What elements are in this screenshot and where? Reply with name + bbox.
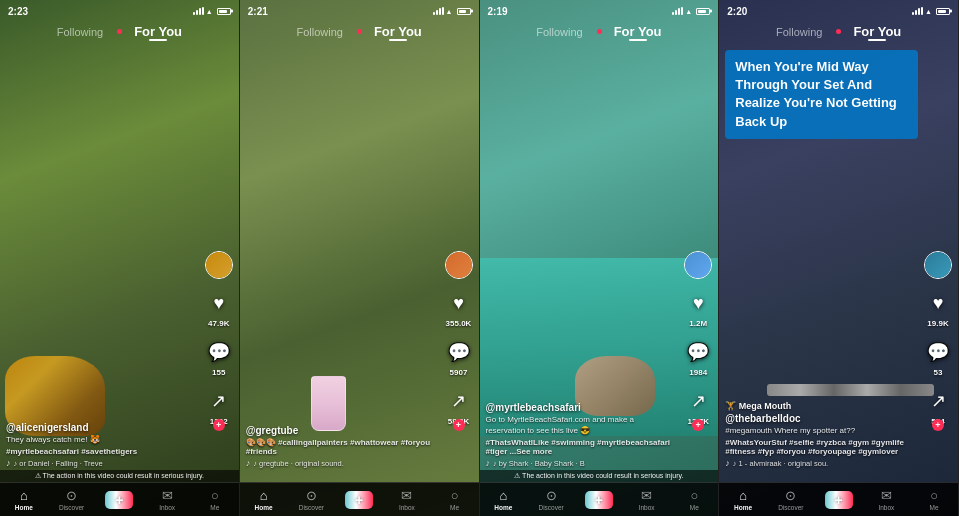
nav-me-label-3: Me <box>690 504 699 511</box>
follow-plus-3[interactable]: + <box>692 419 704 431</box>
nav-discover-2[interactable]: ⊙ Discover <box>288 488 336 511</box>
nav-home-3[interactable]: ⌂ Home <box>480 488 528 511</box>
hashtags-4[interactable]: #WhatsYourStuf #selfie #ryzbca #gym #gym… <box>725 438 914 456</box>
nav-home-label-2: Home <box>255 504 273 511</box>
time-3: 2:19 <box>488 6 508 17</box>
nav-inbox-3[interactable]: ✉ Inbox <box>623 488 671 511</box>
music-note-4: ♪ <box>725 458 730 468</box>
text-overlay-4: When You're Mid Way Through Your Set And… <box>725 50 918 139</box>
comment-count-3: 1984 <box>689 368 707 377</box>
tab-header-2: Following For You <box>240 20 479 43</box>
music-text-4: ♪ 1 - alvmiraak · original sou. <box>733 459 828 468</box>
tab-following-2[interactable]: Following <box>296 26 342 38</box>
username-2[interactable]: @gregtube <box>246 425 435 436</box>
nav-discover-label-3: Discover <box>538 504 563 511</box>
signal-1 <box>193 7 204 15</box>
hashtags-3[interactable]: #ThatsWhatILike #swimming #myrtlebeachsa… <box>486 438 675 456</box>
nav-plus-4[interactable] <box>815 491 863 509</box>
tab-header-1: Following For You <box>0 20 239 43</box>
like-action-4[interactable]: ♥ 19.9K <box>924 289 952 328</box>
nav-inbox-4[interactable]: ✉ Inbox <box>863 488 911 511</box>
time-2: 2:21 <box>248 6 268 17</box>
nav-me-2[interactable]: ○ Me <box>431 488 479 511</box>
bottom-info-2: @gregtube 🎨🎨🎨 #callingallpainters #whatt… <box>246 425 435 468</box>
hashtags-2[interactable]: 🎨🎨🎨 #callingallpainters #whattowear #for… <box>246 438 435 456</box>
tab-following-4[interactable]: Following <box>776 26 822 38</box>
screen-4-overlay: 2:20 ▲ Following For You When You're Mid… <box>719 0 958 516</box>
nav-home-4[interactable]: ⌂ Home <box>719 488 767 511</box>
username-1[interactable]: @alicenigersland <box>6 422 195 433</box>
avatar-item-4[interactable]: + <box>924 251 952 279</box>
warning-1: ⚠ The action in this video could result … <box>0 470 239 482</box>
comment-action-4[interactable]: 💬 53 <box>924 338 952 377</box>
share-icon-2: ↗ <box>445 387 473 415</box>
tab-foryou-4[interactable]: For You <box>853 24 901 39</box>
nav-plus-2[interactable] <box>335 491 383 509</box>
tab-header-3: Following For You <box>480 20 719 43</box>
music-2: ♪ ♪ gregtube · original sound. <box>246 458 435 468</box>
tab-foryou-3[interactable]: For You <box>614 24 662 39</box>
nav-me-label-4: Me <box>930 504 939 511</box>
nav-home-label-3: Home <box>494 504 512 511</box>
comment-action-1[interactable]: 💬 155 <box>205 338 233 377</box>
like-action-3[interactable]: ♥ 1.2M <box>684 289 712 328</box>
nav-discover-1[interactable]: ⊙ Discover <box>48 488 96 511</box>
nav-home-2[interactable]: ⌂ Home <box>240 488 288 511</box>
nav-me-1[interactable]: ○ Me <box>191 488 239 511</box>
nav-me-3[interactable]: ○ Me <box>671 488 719 511</box>
wifi-icon-2: ▲ <box>446 8 453 15</box>
follow-plus-1[interactable]: + <box>213 419 225 431</box>
username-3[interactable]: @myrtlebeachsafari <box>486 402 675 413</box>
comment-icon-1: 💬 <box>205 338 233 366</box>
wifi-icon-1: ▲ <box>206 8 213 15</box>
like-action-1[interactable]: ♥ 47.9K <box>205 289 233 328</box>
create-button-2[interactable] <box>345 491 373 509</box>
right-actions-1: + ♥ 47.9K 💬 155 ↗ 1202 <box>205 251 233 426</box>
nav-discover-3[interactable]: ⊙ Discover <box>527 488 575 511</box>
comment-action-2[interactable]: 💬 5907 <box>445 338 473 377</box>
nav-home-1[interactable]: ⌂ Home <box>0 488 48 511</box>
comment-action-3[interactable]: 💬 1984 <box>684 338 712 377</box>
avatar-item-2[interactable]: + <box>445 251 473 279</box>
avatar-item-1[interactable]: + <box>205 251 233 279</box>
tab-following-1[interactable]: Following <box>57 26 103 38</box>
nav-me-4[interactable]: ○ Me <box>910 488 958 511</box>
live-dot-3 <box>597 29 602 34</box>
music-note-2: ♪ <box>246 458 251 468</box>
like-action-2[interactable]: ♥ 355.0K <box>445 289 473 328</box>
avatar-item-3[interactable]: + <box>684 251 712 279</box>
nav-discover-4[interactable]: ⊙ Discover <box>767 488 815 511</box>
nav-inbox-1[interactable]: ✉ Inbox <box>143 488 191 511</box>
nav-discover-label-1: Discover <box>59 504 84 511</box>
hashtags-1[interactable]: #myrtlebeachsafari #savethetigers <box>6 447 195 456</box>
follow-plus-2[interactable]: + <box>453 419 465 431</box>
create-button-4[interactable] <box>825 491 853 509</box>
screen-1-overlay: 2:23 ▲ Following For You <box>0 0 239 516</box>
discover-icon-4: ⊙ <box>785 488 796 503</box>
nav-inbox-label-2: Inbox <box>399 504 415 511</box>
screen-2: 2:21 ▲ Following For You <box>240 0 480 516</box>
tab-foryou-1[interactable]: For You <box>134 24 182 39</box>
caption-3: Go to MyrtleBeachSafari.com and make a r… <box>486 415 675 436</box>
inbox-icon-1: ✉ <box>162 488 173 503</box>
nav-plus-3[interactable] <box>575 491 623 509</box>
comment-icon-3: 💬 <box>684 338 712 366</box>
follow-plus-4[interactable]: + <box>932 419 944 431</box>
inbox-icon-2: ✉ <box>401 488 412 503</box>
home-icon-4: ⌂ <box>739 488 747 503</box>
wifi-icon-4: ▲ <box>925 8 932 15</box>
avatar-4 <box>924 251 952 279</box>
home-icon-3: ⌂ <box>499 488 507 503</box>
create-button-3[interactable] <box>585 491 613 509</box>
nav-inbox-2[interactable]: ✉ Inbox <box>383 488 431 511</box>
screen-4: 2:20 ▲ Following For You When You're Mid… <box>719 0 959 516</box>
music-note-3: ♪ <box>486 458 491 468</box>
nav-plus-1[interactable] <box>96 491 144 509</box>
nav-inbox-label-3: Inbox <box>639 504 655 511</box>
music-text-2: ♪ gregtube · original sound. <box>253 459 343 468</box>
tab-foryou-2[interactable]: For You <box>374 24 422 39</box>
tab-following-3[interactable]: Following <box>536 26 582 38</box>
create-button-1[interactable] <box>105 491 133 509</box>
username-4[interactable]: @thebarbelldoc <box>725 413 914 424</box>
comment-count-1: 155 <box>212 368 225 377</box>
